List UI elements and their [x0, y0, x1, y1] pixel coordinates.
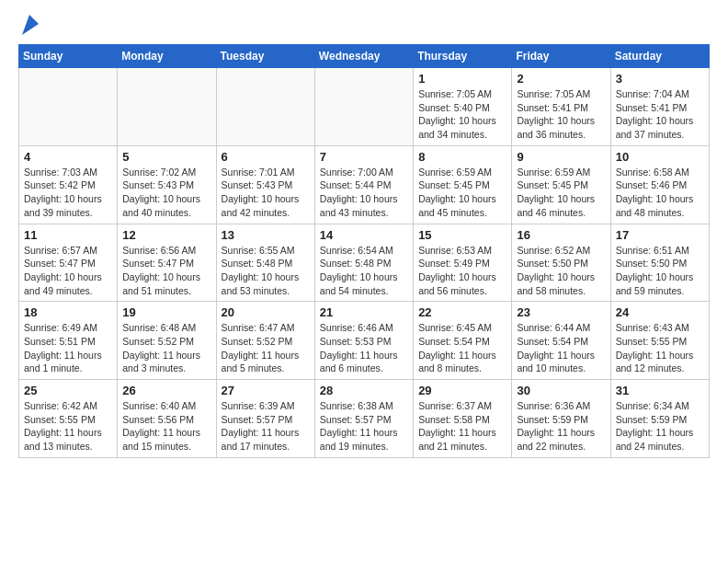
day-number: 2 — [517, 72, 605, 86]
day-detail: Sunrise: 6:37 AM Sunset: 5:58 PM Dayligh… — [418, 399, 506, 454]
day-of-week-header: Wednesday — [314, 45, 413, 68]
calendar-week-row: 18Sunrise: 6:49 AM Sunset: 5:51 PM Dayli… — [19, 302, 710, 380]
day-number: 13 — [222, 228, 310, 242]
day-detail: Sunrise: 6:59 AM Sunset: 5:45 PM Dayligh… — [517, 166, 605, 220]
day-detail: Sunrise: 6:58 AM Sunset: 5:46 PM Dayligh… — [616, 166, 704, 220]
day-detail: Sunrise: 6:57 AM Sunset: 5:47 PM Dayligh… — [24, 244, 112, 298]
day-detail: Sunrise: 6:36 AM Sunset: 5:59 PM Dayligh… — [517, 399, 605, 454]
day-of-week-header: Monday — [118, 45, 216, 68]
page-header — [18, 15, 710, 37]
day-detail: Sunrise: 6:49 AM Sunset: 5:51 PM Dayligh… — [24, 321, 112, 375]
calendar-cell: 4Sunrise: 7:03 AM Sunset: 5:42 PM Daylig… — [19, 145, 118, 224]
day-of-week-header: Friday — [512, 45, 610, 68]
day-detail: Sunrise: 6:39 AM Sunset: 5:57 PM Dayligh… — [222, 399, 310, 454]
calendar-cell: 20Sunrise: 6:47 AM Sunset: 5:52 PM Dayli… — [216, 302, 314, 380]
day-detail: Sunrise: 7:02 AM Sunset: 5:43 PM Dayligh… — [122, 166, 210, 220]
day-number: 11 — [24, 228, 112, 242]
calendar-cell: 17Sunrise: 6:51 AM Sunset: 5:50 PM Dayli… — [610, 224, 709, 302]
day-detail: Sunrise: 7:05 AM Sunset: 5:41 PM Dayligh… — [517, 87, 605, 142]
calendar-cell: 15Sunrise: 6:53 AM Sunset: 5:49 PM Dayli… — [414, 224, 512, 302]
calendar-cell: 29Sunrise: 6:37 AM Sunset: 5:58 PM Dayli… — [414, 380, 512, 458]
calendar-cell: 6Sunrise: 7:01 AM Sunset: 5:43 PM Daylig… — [216, 145, 314, 224]
day-detail: Sunrise: 6:47 AM Sunset: 5:52 PM Dayligh… — [222, 321, 310, 375]
day-number: 22 — [418, 305, 506, 319]
calendar-cell: 3Sunrise: 7:04 AM Sunset: 5:41 PM Daylig… — [610, 68, 709, 146]
day-detail: Sunrise: 6:55 AM Sunset: 5:48 PM Dayligh… — [222, 244, 310, 298]
day-number: 5 — [122, 150, 210, 164]
day-detail: Sunrise: 6:38 AM Sunset: 5:57 PM Dayligh… — [320, 399, 408, 454]
calendar-week-row: 4Sunrise: 7:03 AM Sunset: 5:42 PM Daylig… — [19, 145, 710, 224]
calendar-cell — [314, 68, 413, 146]
calendar-week-row: 11Sunrise: 6:57 AM Sunset: 5:47 PM Dayli… — [19, 224, 710, 302]
calendar-header-row: SundayMondayTuesdayWednesdayThursdayFrid… — [19, 45, 710, 68]
calendar-cell: 11Sunrise: 6:57 AM Sunset: 5:47 PM Dayli… — [19, 224, 118, 302]
calendar-table: SundayMondayTuesdayWednesdayThursdayFrid… — [18, 44, 710, 458]
day-detail: Sunrise: 7:03 AM Sunset: 5:42 PM Dayligh… — [24, 166, 112, 220]
calendar-cell: 24Sunrise: 6:43 AM Sunset: 5:55 PM Dayli… — [610, 302, 709, 380]
day-number: 6 — [222, 150, 310, 164]
day-number: 17 — [616, 228, 704, 242]
day-number: 20 — [222, 305, 310, 319]
day-number: 1 — [418, 72, 506, 86]
calendar-cell: 8Sunrise: 6:59 AM Sunset: 5:45 PM Daylig… — [414, 145, 512, 224]
calendar-cell: 31Sunrise: 6:34 AM Sunset: 5:59 PM Dayli… — [610, 380, 709, 458]
day-number: 4 — [24, 150, 112, 164]
calendar-cell: 30Sunrise: 6:36 AM Sunset: 5:59 PM Dayli… — [512, 380, 610, 458]
day-detail: Sunrise: 6:45 AM Sunset: 5:54 PM Dayligh… — [418, 321, 506, 375]
calendar-cell: 9Sunrise: 6:59 AM Sunset: 5:45 PM Daylig… — [512, 145, 610, 224]
day-detail: Sunrise: 6:51 AM Sunset: 5:50 PM Dayligh… — [616, 244, 704, 298]
day-number: 9 — [517, 150, 605, 164]
day-number: 24 — [616, 305, 704, 319]
day-detail: Sunrise: 6:46 AM Sunset: 5:53 PM Dayligh… — [320, 321, 408, 375]
day-number: 31 — [616, 384, 704, 397]
day-number: 29 — [418, 384, 506, 397]
day-of-week-header: Sunday — [19, 45, 118, 68]
calendar-cell: 25Sunrise: 6:42 AM Sunset: 5:55 PM Dayli… — [19, 380, 118, 458]
calendar-cell: 18Sunrise: 6:49 AM Sunset: 5:51 PM Dayli… — [19, 302, 118, 380]
day-number: 7 — [320, 150, 408, 164]
day-number: 15 — [418, 228, 506, 242]
day-detail: Sunrise: 6:53 AM Sunset: 5:49 PM Dayligh… — [418, 244, 506, 298]
day-number: 18 — [24, 305, 112, 319]
day-number: 10 — [616, 150, 704, 164]
calendar-cell: 21Sunrise: 6:46 AM Sunset: 5:53 PM Dayli… — [314, 302, 413, 380]
day-of-week-header: Saturday — [610, 45, 709, 68]
day-detail: Sunrise: 6:59 AM Sunset: 5:45 PM Dayligh… — [418, 166, 506, 220]
calendar-cell: 28Sunrise: 6:38 AM Sunset: 5:57 PM Dayli… — [314, 380, 413, 458]
logo-bird-icon — [20, 11, 40, 37]
calendar-cell — [216, 68, 314, 146]
calendar-cell: 26Sunrise: 6:40 AM Sunset: 5:56 PM Dayli… — [118, 380, 216, 458]
calendar-cell — [118, 68, 216, 146]
day-number: 25 — [24, 384, 112, 397]
calendar-cell: 13Sunrise: 6:55 AM Sunset: 5:48 PM Dayli… — [216, 224, 314, 302]
calendar-cell: 14Sunrise: 6:54 AM Sunset: 5:48 PM Dayli… — [314, 224, 413, 302]
calendar-cell — [19, 68, 118, 146]
day-number: 23 — [517, 305, 605, 319]
day-number: 26 — [122, 384, 210, 397]
day-detail: Sunrise: 7:00 AM Sunset: 5:44 PM Dayligh… — [320, 166, 408, 220]
day-detail: Sunrise: 6:40 AM Sunset: 5:56 PM Dayligh… — [122, 399, 210, 454]
calendar-cell: 19Sunrise: 6:48 AM Sunset: 5:52 PM Dayli… — [118, 302, 216, 380]
day-detail: Sunrise: 6:43 AM Sunset: 5:55 PM Dayligh… — [616, 321, 704, 375]
day-detail: Sunrise: 6:52 AM Sunset: 5:50 PM Dayligh… — [517, 244, 605, 298]
calendar-cell: 23Sunrise: 6:44 AM Sunset: 5:54 PM Dayli… — [512, 302, 610, 380]
day-number: 3 — [616, 72, 704, 86]
day-number: 21 — [320, 305, 408, 319]
day-detail: Sunrise: 6:34 AM Sunset: 5:59 PM Dayligh… — [616, 399, 704, 454]
day-detail: Sunrise: 6:56 AM Sunset: 5:47 PM Dayligh… — [122, 244, 210, 298]
day-number: 30 — [517, 384, 605, 397]
day-of-week-header: Thursday — [414, 45, 512, 68]
calendar-cell: 5Sunrise: 7:02 AM Sunset: 5:43 PM Daylig… — [118, 145, 216, 224]
calendar-cell: 7Sunrise: 7:00 AM Sunset: 5:44 PM Daylig… — [314, 145, 413, 224]
logo — [18, 15, 40, 37]
calendar-cell: 12Sunrise: 6:56 AM Sunset: 5:47 PM Dayli… — [118, 224, 216, 302]
calendar-cell: 27Sunrise: 6:39 AM Sunset: 5:57 PM Dayli… — [216, 380, 314, 458]
calendar-cell: 2Sunrise: 7:05 AM Sunset: 5:41 PM Daylig… — [512, 68, 610, 146]
svg-marker-0 — [22, 15, 39, 35]
calendar-cell: 10Sunrise: 6:58 AM Sunset: 5:46 PM Dayli… — [610, 145, 709, 224]
day-detail: Sunrise: 6:54 AM Sunset: 5:48 PM Dayligh… — [320, 244, 408, 298]
day-detail: Sunrise: 6:42 AM Sunset: 5:55 PM Dayligh… — [24, 399, 112, 454]
day-number: 16 — [517, 228, 605, 242]
day-number: 27 — [222, 384, 310, 397]
day-detail: Sunrise: 6:48 AM Sunset: 5:52 PM Dayligh… — [122, 321, 210, 375]
